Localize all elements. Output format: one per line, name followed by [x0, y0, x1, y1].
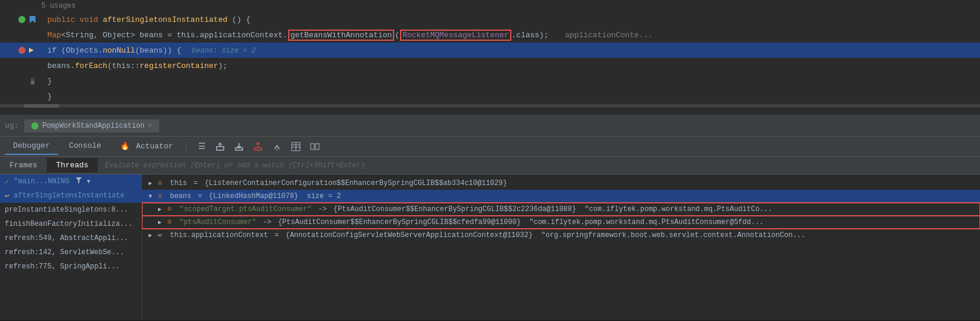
- actuator-icon: 🔥: [120, 142, 130, 151]
- frame-finishbean[interactable]: finishBeanFactoryInitializa...: [0, 217, 141, 231]
- svg-point-2: [18, 47, 25, 54]
- tab-console[interactable]: Console: [60, 138, 109, 155]
- var-pts-name: "ptsAuditConsumer": [175, 218, 256, 226]
- svg-rect-5: [217, 147, 224, 150]
- toolbar-table-icon[interactable]: [289, 141, 303, 153]
- var-row-pts-audit[interactable]: ▶ ≡ "ptsAuditConsumer" -> {PtsAuditConsu…: [142, 216, 980, 229]
- lock-icon: [28, 77, 37, 85]
- frame-refresh142-label: refresh:142, ServletWebSe...: [5, 248, 124, 257]
- svg-rect-4: [31, 80, 34, 85]
- line-gutter-close1: [0, 77, 41, 85]
- variables-panel: ▶ ≡ this = {ListenerContainerConfigurati…: [142, 174, 980, 320]
- svg-rect-13: [311, 144, 314, 150]
- var-this-value: {ListenerContainerConfiguration$$Enhance…: [205, 179, 507, 187]
- svg-rect-7: [254, 148, 262, 150]
- toolbar-upload-icon[interactable]: [251, 141, 265, 153]
- session-tab-label: PompWorkStandApplication: [42, 122, 144, 130]
- tab-separator: [186, 141, 186, 152]
- return-arrow-icon: ↩: [5, 192, 9, 200]
- expression-evaluate-area[interactable]: Evaluate expression (Enter) or add a wat…: [98, 161, 980, 170]
- expand-beans-icon[interactable]: ▼: [147, 193, 154, 200]
- frame-refresh549[interactable]: refresh:549, AbstractAppli...: [0, 231, 141, 245]
- session-tab-close[interactable]: ×: [148, 122, 152, 129]
- expression-placeholder: Evaluate expression (Enter) or add a wat…: [105, 161, 365, 170]
- debug-toolbar-area: ug: PompWorkStandApplication ×: [0, 115, 980, 137]
- line-gutter-if: [0, 46, 41, 54]
- frame-after-singletons[interactable]: ↩ afterSingletonsInstantiate: [0, 189, 141, 203]
- expand-this-icon[interactable]: ▶: [147, 180, 154, 187]
- var-this-icon: ≡: [156, 180, 163, 187]
- threads-label: Threads: [56, 161, 89, 170]
- code-line-method-content: public void afterSingletonsInstantiated …: [41, 15, 980, 24]
- code-line-if-content: if (Objects.nonNull(beans)) { beans: siz…: [41, 46, 980, 55]
- thread-dropdown-icon[interactable]: ▼: [87, 179, 91, 185]
- expand-ctx-icon[interactable]: ▶: [147, 232, 154, 239]
- code-line-close1: }: [0, 73, 980, 89]
- var-scoped-equals: ->: [314, 205, 331, 213]
- method-highlight-box: getBeansWithAnnotation: [288, 30, 395, 41]
- filter-funnel-icon[interactable]: [75, 177, 82, 186]
- var-pts-value: {PtsAuditConsumer$$EnhancerBySpringCGLIB…: [278, 218, 764, 226]
- var-ctx-equals: =: [270, 231, 283, 239]
- frame-main-label: "main...NNING: [14, 177, 69, 186]
- frame-refresh775-label: refresh:775, SpringAppli...: [5, 262, 120, 271]
- tab-threads[interactable]: Threads: [47, 158, 98, 173]
- debug-session-tab[interactable]: PompWorkStandApplication ×: [24, 119, 159, 132]
- var-this-name: this: [166, 179, 187, 187]
- tab-actuator[interactable]: 🔥 Actuator: [112, 138, 181, 155]
- toolbar-step-over-icon[interactable]: x: [270, 141, 284, 153]
- code-line-close2-content: }: [41, 92, 980, 101]
- svg-point-0: [18, 16, 25, 23]
- bookmark-icon[interactable]: [28, 15, 37, 24]
- current-arrow-icon: [28, 46, 37, 54]
- svg-marker-15: [76, 177, 82, 183]
- toolbar-columns-icon[interactable]: [308, 141, 322, 153]
- var-beans-name: beans: [166, 192, 191, 200]
- frame-preinstantiate-label: preInstantiateSingletons:8...: [5, 206, 128, 214]
- debug-content: ✓ "main...NNING ▼ ↩ afterSingletonsInsta…: [0, 174, 980, 320]
- var-ctx-icon: ∞: [156, 232, 163, 239]
- usages-label: 5 usages: [0, 0, 980, 12]
- code-line-method: public void afterSingletonsInstantiated …: [0, 12, 980, 27]
- svg-marker-1: [30, 16, 36, 23]
- toolbar-download-icon[interactable]: [232, 141, 246, 153]
- expand-scoped-icon[interactable]: ▶: [156, 206, 163, 213]
- horizontal-scrollbar[interactable]: [0, 104, 980, 108]
- var-ctx-value: {AnnotationConfigServletWebServerApplica…: [285, 231, 805, 239]
- frame-refresh549-label: refresh:549, AbstractAppli...: [5, 234, 128, 242]
- code-line-if: if (Objects.nonNull(beans)) { beans: siz…: [0, 43, 980, 58]
- frame-preinstantiate[interactable]: preInstantiateSingletons:8...: [0, 203, 141, 217]
- var-beans-equals: =: [194, 192, 207, 200]
- frame-refresh142[interactable]: refresh:142, ServletWebSe...: [0, 245, 141, 260]
- code-editor: 5 usages public void afterSingletonsInst…: [0, 0, 980, 115]
- var-row-scoped-target[interactable]: ▶ ≡ "scopedTarget.ptsAuditConsumer" -> {…: [142, 203, 980, 216]
- thread-check-icon: ✓: [5, 177, 9, 186]
- tab-debugger[interactable]: Debugger: [5, 138, 58, 155]
- toolbar-list-icon[interactable]: ☰: [196, 140, 208, 153]
- expand-pts-icon[interactable]: ▶: [156, 219, 163, 226]
- code-line-foreach-content: beans.forEach(this::registerContainer);: [41, 61, 980, 70]
- var-row-this[interactable]: ▶ ≡ this = {ListenerContainerConfigurati…: [142, 177, 980, 190]
- debug-tab-bar: Debugger Console 🔥 Actuator ☰: [0, 137, 980, 157]
- ide-window: 5 usages public void afterSingletonsInst…: [0, 0, 980, 320]
- var-pts-equals: ->: [259, 218, 276, 226]
- frame-main-thread[interactable]: ✓ "main...NNING ▼: [0, 174, 141, 189]
- code-line-close1-content: }: [41, 77, 980, 86]
- line-gutter-method: [0, 15, 41, 24]
- toolbar-icons: ☰ x: [196, 140, 322, 153]
- toolbar-restore-up-icon[interactable]: [213, 141, 227, 153]
- breakpoint-active-icon[interactable]: [18, 46, 26, 54]
- var-this-equals: =: [189, 179, 202, 187]
- frames-panel: ✓ "main...NNING ▼ ↩ afterSingletonsInsta…: [0, 174, 142, 320]
- var-scoped-icon: ≡: [166, 206, 173, 213]
- code-line-map-content: Map<String, Object> beans = this.applica…: [41, 30, 980, 41]
- var-scoped-name: "scopedTarget.ptsAuditConsumer": [175, 205, 311, 213]
- var-row-app-context[interactable]: ▶ ∞ this.applicationContext = {Annotatio…: [142, 229, 980, 242]
- breakpoint-icon[interactable]: [18, 15, 26, 24]
- debug-panel: Debugger Console 🔥 Actuator ☰: [0, 137, 980, 320]
- session-status-dot: [31, 122, 38, 129]
- frame-refresh775[interactable]: refresh:775, SpringAppli...: [0, 260, 141, 274]
- scrollbar-thumb[interactable]: [24, 104, 59, 108]
- var-row-beans[interactable]: ▼ ≡ beans = {LinkedHashMap@11078} size =…: [142, 190, 980, 203]
- tab-frames[interactable]: Frames: [0, 158, 47, 173]
